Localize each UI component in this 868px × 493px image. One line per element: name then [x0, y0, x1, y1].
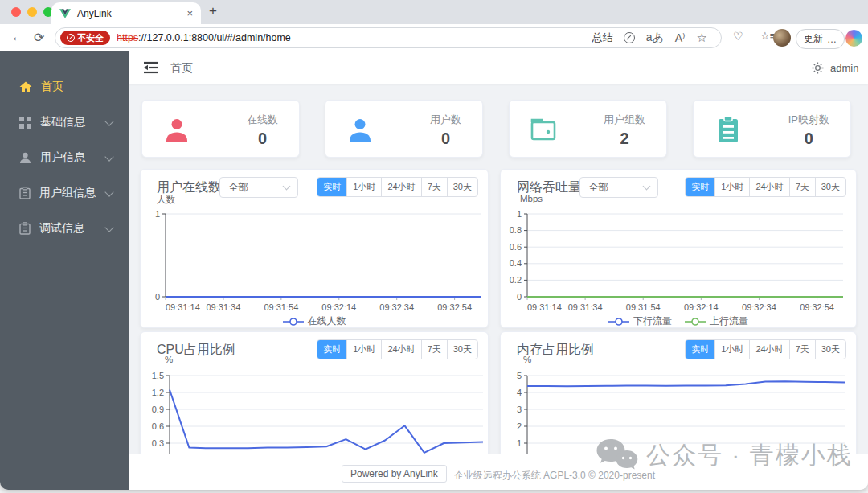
svg-text:09:31:54: 09:31:54	[264, 302, 298, 312]
range-button-0[interactable]: 实时	[686, 340, 714, 359]
stat-label: 用户组数	[604, 113, 645, 127]
not-secure-label: 不安全	[77, 32, 104, 44]
range-button-4[interactable]: 30天	[447, 178, 477, 196]
range-button-2[interactable]: 24小时	[381, 178, 420, 196]
range-button-0[interactable]: 实时	[686, 178, 714, 196]
toolbar-divider	[751, 31, 751, 44]
legend-marker-icon	[685, 317, 706, 327]
range-button-0[interactable]: 实时	[317, 178, 346, 196]
read-aloud-icon[interactable]: A⁾	[675, 31, 686, 44]
update-button[interactable]: 更新 …	[796, 29, 845, 49]
back-icon[interactable]: ←	[11, 30, 24, 44]
legend-item[interactable]: 下行流量	[608, 314, 672, 328]
url-text[interactable]: https://127.0.0.1:8800/ui/#/admin/home	[117, 32, 291, 43]
sidebar-item-label: 基础信息	[40, 115, 85, 129]
range-button-2[interactable]: 24小时	[749, 178, 788, 196]
select-value: 全部	[228, 181, 248, 195]
svg-text:0: 0	[517, 292, 522, 302]
tab-strip: AnyLink × +	[0, 0, 868, 24]
range-button-1[interactable]: 1小时	[714, 178, 749, 196]
not-secure-badge[interactable]: 不安全	[60, 31, 110, 45]
svg-text:1: 1	[517, 209, 522, 219]
chevron-down-icon	[104, 223, 113, 232]
sidebar-item-debug-info[interactable]: 调试信息	[0, 211, 129, 246]
svg-text:09:32:54: 09:32:54	[800, 302, 834, 312]
chart-canvas: 00.20.40.60.8109:31:1409:31:3409:31:5409…	[501, 207, 848, 318]
select-value: 全部	[588, 181, 608, 195]
range-button-2[interactable]: 24小时	[749, 340, 788, 359]
current-user[interactable]: admin	[830, 62, 858, 74]
scope-select[interactable]: 全部	[579, 177, 658, 198]
copilot-icon[interactable]	[845, 30, 862, 47]
stat-value: 0	[788, 129, 829, 148]
svg-text:09:31:34: 09:31:34	[207, 302, 241, 312]
collapse-menu-icon[interactable]	[143, 61, 158, 77]
legend-item[interactable]: 上行流量	[685, 314, 748, 328]
range-button-3[interactable]: 7天	[421, 340, 447, 359]
svg-text:0.6: 0.6	[510, 242, 522, 252]
tab-title: AnyLink	[77, 8, 180, 19]
range-button-0[interactable]: 实时	[317, 340, 346, 359]
svg-text:2: 2	[517, 421, 522, 431]
new-tab-button[interactable]: +	[209, 3, 217, 19]
chevron-down-icon	[104, 187, 113, 196]
svg-text:09:32:14: 09:32:14	[321, 302, 356, 312]
stat-label: 用户数	[430, 113, 461, 127]
range-button-4[interactable]: 30天	[815, 178, 845, 196]
sidebar-item-user-info[interactable]: 用户信息	[0, 140, 129, 175]
watermark-text: 公众号 · 青檬小栈	[646, 439, 853, 472]
svg-text:1.5: 1.5	[152, 371, 164, 380]
sidebar-item-user-group-info[interactable]: 用户组信息	[0, 175, 129, 211]
range-button-group: 实时1小时24小时7天30天	[685, 339, 846, 359]
legend-label: 在线人数	[308, 314, 346, 328]
range-button-3[interactable]: 7天	[789, 340, 815, 359]
favorite-star-icon[interactable]: ☆	[697, 31, 707, 45]
range-button-1[interactable]: 1小时	[346, 178, 381, 196]
clipboard-icon	[19, 187, 31, 199]
chart-legend: 在线人数	[141, 314, 488, 328]
profile-avatar[interactable]	[773, 29, 791, 47]
wechat-icon	[595, 438, 638, 473]
range-button-2[interactable]: 24小时	[381, 340, 420, 359]
svg-text:09:32:34: 09:32:34	[379, 302, 414, 312]
gear-icon[interactable]	[812, 62, 824, 77]
range-button-1[interactable]: 1小时	[346, 340, 381, 359]
breadcrumb[interactable]: 首页	[170, 61, 193, 76]
tab-close-icon[interactable]: ×	[186, 7, 193, 19]
chevron-down-icon	[104, 117, 113, 125]
range-button-3[interactable]: 7天	[421, 178, 447, 196]
address-bar[interactable]: 不安全 https://127.0.0.1:8800/ui/#/admin/ho…	[55, 27, 722, 48]
url-path: ://127.0.0.1:8800/ui/#/admin/home	[138, 32, 291, 43]
legend-item[interactable]: 在线人数	[283, 314, 346, 328]
close-window-button[interactable]	[11, 7, 21, 17]
scope-select[interactable]: 全部	[219, 177, 298, 198]
chart-legend: 下行流量上行流量	[501, 314, 856, 328]
browser-tab[interactable]: AnyLink ×	[51, 2, 201, 24]
window-controls[interactable]	[11, 7, 53, 17]
summarize-button[interactable]: 总结	[592, 31, 613, 45]
stat-value: 0	[430, 129, 461, 148]
range-button-3[interactable]: 7天	[789, 178, 815, 196]
rewrite-icon[interactable]	[624, 32, 635, 43]
grid-icon	[19, 117, 31, 129]
svg-text:0.9: 0.9	[152, 405, 164, 414]
browser-toolbar: ← ⟳ 不安全 https://127.0.0.1:8800/ui/#/admi…	[0, 24, 868, 51]
stat-label: 在线数	[247, 113, 278, 127]
sidebar-item-home[interactable]: 首页	[0, 69, 129, 105]
svg-text:09:32:34: 09:32:34	[742, 302, 776, 312]
chart-card-throughput: 网络吞吐量 全部 实时1小时24小时7天30天 Mbps 00.20.40.60…	[500, 169, 857, 328]
refresh-icon[interactable]: ⟳	[34, 30, 44, 45]
sidebar-item-basic-info[interactable]: 基础信息	[0, 105, 129, 140]
stat-card-ip-mappings: IP映射数 0	[693, 100, 851, 158]
translate-icon[interactable]: aあ	[646, 31, 664, 45]
range-button-4[interactable]: 30天	[815, 340, 845, 359]
range-button-1[interactable]: 1小时	[714, 340, 749, 359]
clipboard-icon	[716, 115, 740, 147]
svg-text:09:31:14: 09:31:14	[166, 302, 200, 312]
browser-essentials-icon[interactable]: ♡	[733, 30, 743, 43]
more-icon[interactable]: …	[827, 34, 837, 45]
svg-text:0.8: 0.8	[510, 225, 522, 235]
svg-text:0: 0	[155, 292, 160, 302]
range-button-4[interactable]: 30天	[447, 340, 477, 359]
minimize-window-button[interactable]	[27, 7, 37, 17]
